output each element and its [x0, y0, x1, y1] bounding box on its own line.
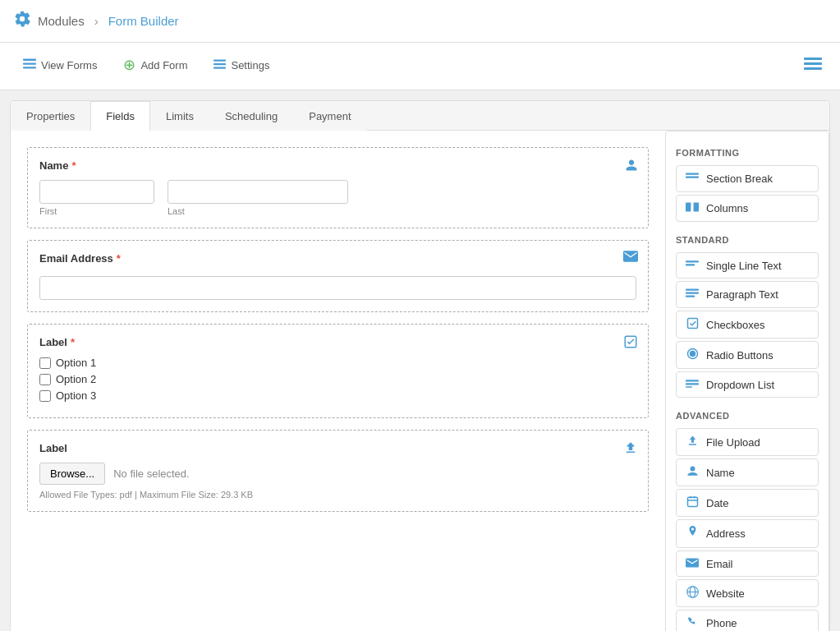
single-line-text-button[interactable]: Single Line Text: [676, 252, 819, 279]
svg-rect-2: [23, 67, 36, 68]
tab-limits[interactable]: Limits: [150, 101, 209, 131]
tab-fields[interactable]: Fields: [90, 101, 150, 131]
website-button[interactable]: Website: [676, 579, 819, 607]
columns-label: Columns: [706, 202, 748, 214]
svg-rect-15: [686, 264, 695, 265]
fields-tab-content: Name * First: [11, 131, 829, 631]
svg-rect-8: [804, 67, 822, 70]
svg-rect-26: [690, 496, 691, 499]
nav-tab-add-form[interactable]: ⊕ Add Form: [110, 43, 200, 90]
breadcrumb-separator: ›: [94, 14, 99, 28]
file-upload-button[interactable]: File Upload: [676, 428, 819, 456]
checkbox-option-3-input[interactable]: [39, 390, 51, 402]
columns-button[interactable]: Columns: [676, 195, 819, 222]
checkbox-option-2-input[interactable]: [39, 374, 51, 385]
checkbox-option-1-input[interactable]: [39, 357, 51, 369]
svg-rect-28: [687, 500, 697, 501]
first-name-input[interactable]: [39, 180, 154, 204]
checkbox-icon: [623, 334, 638, 352]
checkbox-option-3: Option 3: [39, 389, 636, 402]
nav-tab-settings[interactable]: Settings: [200, 45, 282, 88]
checkbox-field-label: Label *: [39, 336, 636, 348]
settings-label: Settings: [231, 59, 269, 71]
svg-rect-1: [23, 62, 36, 64]
email-envelope-icon: [623, 251, 638, 265]
svg-rect-5: [213, 67, 226, 68]
phone-button[interactable]: Phone: [676, 610, 819, 631]
paragraph-text-button[interactable]: Paragraph Text: [676, 281, 819, 308]
checkbox-option-2: Option 2: [39, 373, 636, 385]
standard-section-title: STANDARD: [666, 228, 829, 250]
date-icon: [685, 495, 700, 510]
address-button[interactable]: Address: [676, 519, 819, 548]
svg-point-21: [690, 352, 695, 357]
file-upload-sidebar-icon: [685, 435, 700, 449]
email-field-block: Email Address *: [27, 240, 649, 312]
nav-tab-view-forms[interactable]: View Forms: [10, 45, 110, 88]
svg-rect-25: [687, 497, 697, 506]
svg-rect-12: [686, 202, 691, 211]
advanced-section-title: ADVANCED: [666, 404, 829, 426]
radio-buttons-label: Radio Buttons: [706, 349, 773, 362]
right-sidebar: FORMATTING Section Break: [665, 131, 829, 631]
tab-scheduling[interactable]: Scheduling: [209, 101, 293, 131]
section-break-button[interactable]: Section Break: [676, 165, 819, 192]
dropdown-list-button[interactable]: Dropdown List: [676, 371, 819, 398]
date-label: Date: [706, 497, 728, 509]
date-button[interactable]: Date: [676, 489, 819, 517]
view-forms-icon: [23, 58, 36, 72]
svg-rect-23: [686, 383, 699, 385]
email-sidebar-icon: [685, 557, 700, 570]
tab-properties[interactable]: Properties: [11, 101, 90, 131]
last-name-input[interactable]: [168, 180, 348, 204]
paragraph-text-label: Paragraph Text: [706, 288, 778, 301]
file-upload-icon: [623, 440, 638, 458]
first-name-label: First: [39, 206, 154, 216]
checkboxes-button[interactable]: Checkboxes: [676, 311, 819, 339]
columns-icon: [685, 201, 700, 215]
first-name-group: First: [39, 180, 154, 216]
email-button[interactable]: Email: [676, 550, 819, 577]
gear-icon: [13, 10, 31, 32]
name-field-block: Name * First: [27, 147, 649, 228]
last-name-label: Last: [168, 206, 348, 216]
last-name-group: Last: [168, 180, 348, 216]
website-label: Website: [706, 587, 745, 600]
dropdown-list-label: Dropdown List: [706, 379, 774, 391]
checkboxes-icon: [685, 317, 700, 332]
email-input[interactable]: [39, 276, 636, 300]
tab-bar: Properties Fields Limits Scheduling Paym…: [11, 101, 829, 131]
form-builder-link[interactable]: Form Builder: [108, 14, 179, 28]
tabs-container: Properties Fields Limits Scheduling Paym…: [10, 100, 830, 631]
address-label: Address: [706, 527, 746, 540]
file-field-label: Label: [39, 442, 636, 454]
name-person-icon: [625, 158, 638, 176]
formatting-section-title: FORMATTING: [666, 141, 829, 163]
tab-payment[interactable]: Payment: [293, 101, 366, 131]
svg-rect-24: [686, 386, 692, 388]
file-upload-row: Browse... No file selected.: [39, 463, 636, 485]
svg-rect-6: [804, 58, 822, 60]
browse-button[interactable]: Browse...: [39, 463, 105, 485]
svg-rect-7: [804, 62, 822, 65]
hamburger-button[interactable]: [796, 49, 830, 83]
checkbox-required-marker: *: [71, 336, 75, 348]
single-line-text-icon: [685, 259, 700, 272]
paragraph-text-icon: [685, 288, 700, 302]
add-form-label: Add Form: [140, 59, 187, 71]
name-label: Name: [706, 467, 735, 479]
name-button[interactable]: Name: [676, 458, 819, 486]
svg-rect-27: [694, 496, 695, 499]
checkbox-option-2-label: Option 2: [56, 373, 96, 385]
svg-rect-14: [686, 260, 699, 262]
dropdown-list-icon: [685, 378, 700, 391]
phone-label: Phone: [706, 617, 737, 629]
top-bar: Modules › Form Builder: [0, 0, 840, 43]
file-upload-label: File Upload: [706, 436, 760, 449]
name-required-marker: *: [71, 159, 76, 172]
checkbox-option-1: Option 1: [39, 357, 636, 369]
modules-link[interactable]: Modules: [38, 14, 85, 28]
radio-buttons-button[interactable]: Radio Buttons: [676, 341, 819, 369]
file-upload-field-block: Label Browse... No file selected. Allowe…: [27, 430, 649, 512]
address-icon: [685, 526, 700, 541]
